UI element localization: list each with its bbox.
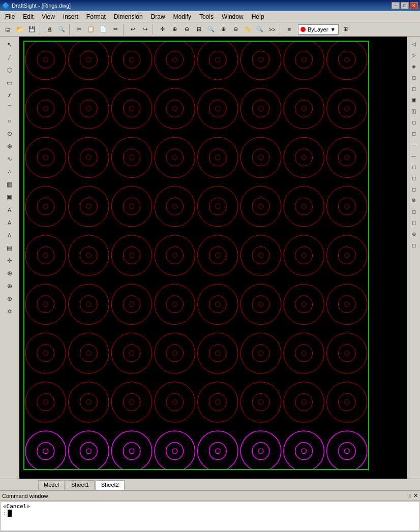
menu-item-modify[interactable]: Modify	[169, 12, 195, 21]
layer-properties-button[interactable]: ⊞	[340, 24, 351, 35]
layer-name: ByLayer	[308, 26, 328, 33]
maximize-button[interactable]: □	[401, 2, 409, 9]
menu-item-dimension[interactable]: Dimension	[110, 12, 147, 21]
menu-item-window[interactable]: Window	[218, 12, 248, 21]
line-tool[interactable]: ╱	[4, 51, 16, 64]
rt-btn-6[interactable]: ▣	[409, 95, 419, 105]
rectangle-tool[interactable]: ▭	[4, 77, 16, 89]
osnap-button[interactable]: 🔍	[254, 24, 265, 35]
rt-btn-1[interactable]: ◁	[409, 39, 419, 49]
layer-color-dot	[301, 27, 306, 32]
canvas-container	[23, 41, 369, 470]
rt-btn-5[interactable]: ◻	[409, 83, 419, 93]
cmd-resize-icon[interactable]: ↕	[409, 492, 412, 499]
layer-icon[interactable]: ≡	[284, 24, 295, 35]
separator-5	[280, 24, 282, 35]
cursor-tool[interactable]: ↖	[4, 39, 16, 51]
polygon-tool[interactable]: ⬡	[4, 64, 16, 76]
title-text: DraftSight - [Rings.dwg]	[12, 3, 71, 9]
offset-tool[interactable]: ⊕	[4, 293, 16, 305]
zoom-all-button[interactable]: ⊖	[230, 24, 241, 35]
menu-item-view[interactable]: View	[38, 12, 59, 21]
ellipse-tool[interactable]: ⊕	[4, 140, 16, 152]
zoom-in-button[interactable]: ⊕	[169, 24, 180, 35]
arc-tool[interactable]: ⌒	[4, 102, 16, 114]
multiline-text-tool[interactable]: A	[4, 216, 16, 229]
menu-item-help[interactable]: Help	[248, 12, 268, 21]
hatch-tool[interactable]: ▦	[4, 178, 16, 191]
menu-item-insert[interactable]: Insert	[59, 12, 82, 21]
menu-item-draw[interactable]: Draw	[147, 12, 169, 21]
zoom-prev-button[interactable]: ⊕	[218, 24, 229, 35]
polyline-tool[interactable]: ∴	[4, 166, 16, 178]
rt-btn-19[interactable]: ◻	[409, 240, 419, 250]
rt-btn-18[interactable]: ⊕	[409, 229, 419, 239]
insert-block-tool[interactable]: A	[4, 229, 16, 241]
rt-btn-7[interactable]: ◫	[409, 106, 419, 116]
paste-button[interactable]: 📄	[98, 24, 109, 35]
cut-button[interactable]: ✂	[73, 24, 84, 35]
title-bar: 🔷 DraftSight - [Rings.dwg] − □ ✕	[0, 0, 420, 11]
redo-button[interactable]: ↪	[139, 24, 151, 35]
rt-btn-17[interactable]: ◻	[409, 217, 419, 228]
new-button[interactable]: 🗂	[2, 24, 13, 35]
open-button[interactable]: 📂	[14, 24, 25, 35]
menu-item-file[interactable]: File	[1, 12, 19, 21]
format-painter-button[interactable]: ✏	[110, 24, 121, 35]
point-tool[interactable]: ⊙	[4, 128, 16, 140]
circle-tool[interactable]: ○	[4, 115, 16, 127]
spline-tool[interactable]: ∿	[4, 153, 16, 165]
rt-btn-14[interactable]: ◻	[409, 184, 419, 194]
tab-sheet2[interactable]: Sheet2	[96, 480, 125, 490]
rt-btn-2[interactable]: ▷	[409, 50, 419, 60]
zoom-extents-button[interactable]: ⊞	[193, 24, 204, 35]
move-tool[interactable]: ✛	[4, 255, 16, 267]
separator-2	[69, 24, 71, 35]
zoom-out-button[interactable]: ⊖	[181, 24, 192, 35]
save-button[interactable]: 💾	[26, 24, 38, 35]
right-toolbar: ◁ ▷ ◈ ◻ ◻ ▣ ◫ ◻ ◻ — — ◻ ◻ ◻ ⚙ ◻ ◻ ⊕ ◻	[407, 37, 420, 479]
trim-tool[interactable]: ✗	[4, 89, 16, 102]
cmd-close-icon[interactable]: ✕	[413, 492, 418, 499]
layer-dropdown-arrow: ▼	[330, 26, 336, 33]
app-icon: 🔷	[2, 2, 10, 9]
print-preview-button[interactable]: 🔍	[56, 24, 67, 35]
toolbar-more-button[interactable]: >>	[266, 24, 278, 35]
pan-button[interactable]: ✛	[157, 24, 168, 35]
zoom-window-button[interactable]: 🔍	[205, 24, 217, 35]
title-bar-left: 🔷 DraftSight - [Rings.dwg]	[2, 2, 71, 9]
drawing-area[interactable]	[19, 37, 407, 479]
tab-sheet1[interactable]: Sheet1	[66, 480, 95, 490]
minimize-button[interactable]: −	[392, 2, 400, 9]
rt-btn-12[interactable]: ◻	[409, 162, 419, 172]
rt-btn-13[interactable]: ◻	[409, 173, 419, 183]
copy-tool-2[interactable]: ⊕	[4, 267, 16, 279]
rt-btn-8[interactable]: ◻	[409, 117, 419, 127]
menu-item-format[interactable]: Format	[82, 12, 110, 21]
rt-btn-16[interactable]: ◻	[409, 206, 419, 216]
menu-item-tools[interactable]: Tools	[195, 12, 218, 21]
svg-rect-0	[24, 42, 368, 468]
rt-btn-3[interactable]: ◈	[409, 61, 419, 71]
region-tool[interactable]: ▣	[4, 191, 16, 203]
rt-btn-15[interactable]: ⚙	[409, 195, 419, 205]
mirror-tool[interactable]: ⊕	[4, 280, 16, 292]
close-button[interactable]: ✕	[410, 2, 418, 9]
prompt-text[interactable]: :	[3, 510, 417, 517]
tab-model[interactable]: Model	[38, 480, 65, 490]
rt-btn-4[interactable]: ◻	[409, 72, 419, 82]
copy-button[interactable]: 📋	[85, 24, 97, 35]
rt-btn-11[interactable]: —	[409, 150, 419, 161]
snap-button[interactable]: 📏	[242, 24, 253, 35]
layer-dropdown[interactable]: ByLayer ▼	[298, 24, 339, 35]
undo-button[interactable]: ↩	[127, 24, 138, 35]
print-button[interactable]: 🖨	[44, 24, 55, 35]
cursor-caret	[8, 510, 12, 517]
tab-bar: Model Sheet1 Sheet2	[0, 479, 420, 490]
text-tool[interactable]: A	[4, 204, 16, 216]
menu-item-edit[interactable]: Edit	[19, 12, 38, 21]
array-tool[interactable]: ▤	[4, 242, 16, 254]
rt-btn-10[interactable]: —	[409, 139, 419, 149]
explode-tool[interactable]: ✡	[4, 305, 16, 318]
rt-btn-9[interactable]: ◻	[409, 128, 419, 138]
